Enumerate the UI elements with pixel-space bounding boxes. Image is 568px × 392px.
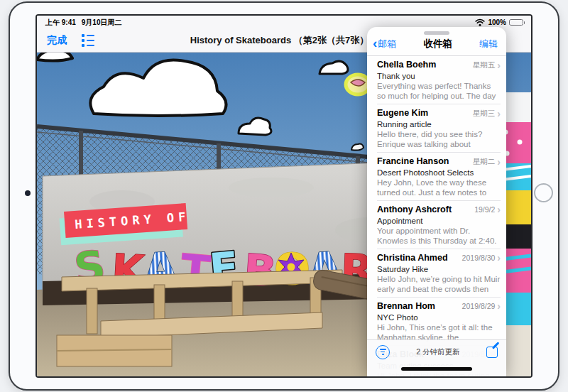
email-sender: Anthony Ashcroft: [377, 205, 452, 215]
email-row[interactable]: Francine Hanson 星期二 › Desert Photoshoot …: [367, 153, 506, 201]
chevron-right-icon: ›: [497, 110, 501, 117]
battery-icon: [509, 19, 525, 26]
front-camera-icon: [25, 190, 31, 196]
email-date: 星期五: [473, 60, 496, 70]
email-sender: Christina Ahmed: [377, 253, 448, 263]
email-sender: Brennan Hom: [377, 301, 435, 312]
email-row[interactable]: Brennan Hom 2019/8/29 › NYC Photo Hi Joh…: [367, 298, 506, 346]
home-button[interactable]: [534, 183, 553, 202]
email-row[interactable]: Chella Boehm 星期五 › Thank you Everything …: [367, 56, 506, 104]
chevron-right-icon: ›: [497, 206, 501, 213]
mailbox-title: 收件箱: [423, 38, 452, 50]
mail-header: ‹ 邮箱 收件箱 编辑: [367, 38, 506, 55]
email-date: 星期三: [473, 109, 496, 119]
email-subject: NYC Photo: [377, 312, 501, 322]
mailboxes-back-button[interactable]: ‹ 邮箱: [373, 38, 396, 50]
chevron-right-icon: ›: [497, 62, 501, 69]
updated-status: 2 分钟前更新: [416, 347, 459, 357]
email-date: 2019/8/29: [462, 302, 496, 310]
mail-footer: 2 分钟前更新: [367, 339, 506, 376]
home-indicator[interactable]: [401, 367, 472, 371]
filter-icon[interactable]: [376, 345, 390, 359]
slide-navigator-icon[interactable]: [82, 34, 94, 47]
status-date: 9月10日周二: [82, 18, 122, 28]
email-row[interactable]: Christina Ahmed 2019/8/30 › Saturday Hik…: [367, 249, 506, 298]
email-preview: Your appointment with Dr. Knowles is thi…: [377, 227, 501, 246]
ipad-screen: 上午 9:41 9月10日周二 100% 完: [37, 16, 531, 376]
email-list: Chella Boehm 星期五 › Thank you Everything …: [367, 56, 506, 376]
email-date: 19/9/2: [474, 205, 495, 214]
done-button[interactable]: 完成: [47, 34, 67, 47]
email-preview: Hey John, Love the way these turned out.…: [377, 178, 501, 197]
mail-slideover-panel: ‹ 邮箱 收件箱 编辑 Chella Boehm 星期五 › Thank you…: [367, 27, 506, 376]
email-subject: Thank you: [377, 71, 501, 81]
email-sender: Eugene Kim: [377, 108, 428, 119]
email-subject: Desert Photoshoot Selects: [377, 168, 501, 178]
email-preview: Hello there, did you see this? Enrique w…: [377, 130, 501, 149]
back-chevron-icon: ‹: [373, 39, 377, 48]
chevron-right-icon: ›: [497, 158, 501, 165]
edit-button[interactable]: 编辑: [479, 38, 498, 50]
drag-handle[interactable]: [424, 31, 449, 35]
compose-icon[interactable]: [486, 347, 498, 358]
banner-letter: B: [242, 244, 278, 296]
email-row[interactable]: Eugene Kim 星期三 › Running article Hello t…: [367, 104, 506, 153]
status-time: 上午 9:41: [45, 18, 76, 28]
chevron-right-icon: ›: [497, 303, 501, 310]
email-row[interactable]: Anthony Ashcroft 19/9/2 › Appointment Yo…: [367, 201, 506, 249]
email-sender: Chella Boehm: [377, 60, 436, 70]
email-sender: Francine Hanson: [377, 156, 449, 167]
email-date: 星期二: [473, 157, 496, 167]
wifi-icon: [475, 18, 485, 26]
battery-percent: 100%: [488, 18, 506, 26]
email-subject: Running article: [377, 119, 501, 129]
back-label: 邮箱: [378, 38, 396, 50]
email-preview: Everything was perfect! Thanks so much f…: [377, 82, 501, 101]
email-subject: Saturday Hike: [377, 264, 501, 274]
email-preview: Hello John, we’re going to hit Muir earl…: [377, 275, 501, 294]
email-date: 2019/8/30: [462, 254, 496, 262]
email-subject: Appointment: [377, 216, 501, 226]
chevron-right-icon: ›: [497, 254, 501, 261]
stage: 上午 9:41 9月10日周二 100% 完: [0, 0, 568, 392]
banner-letter: T: [179, 244, 212, 296]
